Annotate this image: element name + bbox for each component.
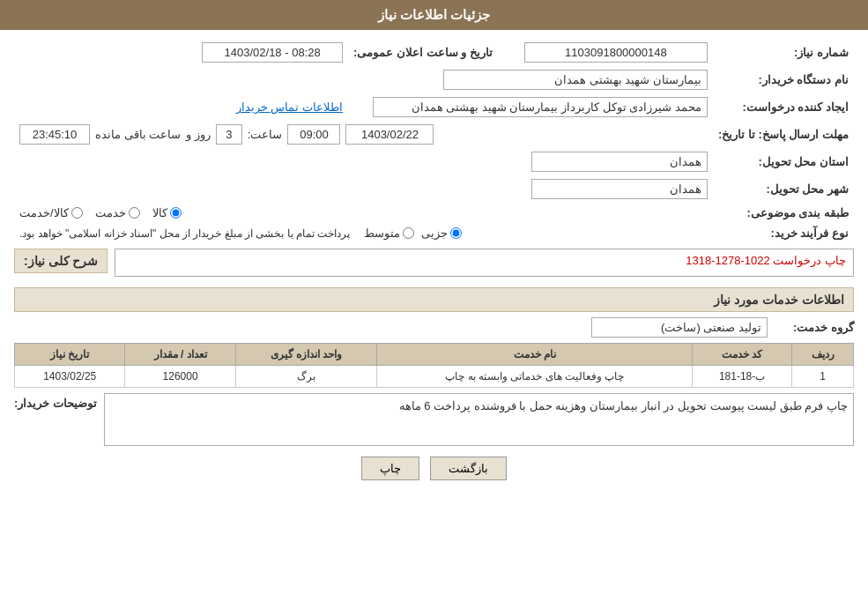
deadline-day-label: روز و — [186, 128, 211, 141]
category-label: طبقه بندی موضوعی: — [713, 203, 854, 223]
city-label: شهر محل تحویل: — [713, 175, 854, 203]
category-option-kala[interactable]: کالا — [152, 206, 182, 219]
city-value: همدان — [531, 179, 708, 199]
deadline-time: 09:00 — [287, 124, 340, 145]
category-option-khedmat-label: خدمت — [95, 206, 126, 219]
announce-date-label: تاریخ و ساعت اعلان عمومی: — [348, 39, 519, 66]
service-group-value: تولید صنعتی (ساخت) — [591, 317, 768, 338]
cell-name: چاپ وفعالیت های خدماتی وابسته به چاپ — [377, 366, 693, 388]
button-row: بازگشت چاپ — [14, 457, 854, 480]
org-name-value: بیمارستان شهید بهشتی همدان — [443, 70, 708, 90]
purchase-type-jozii-label: جزیی — [421, 227, 448, 240]
col-code: کد خدمت — [693, 344, 792, 366]
purchase-type-motavasset-label: متوسط — [364, 227, 400, 240]
purchase-type-option-motavasset[interactable]: متوسط — [364, 227, 414, 240]
purchase-type-radio-motavasset[interactable] — [403, 227, 414, 239]
category-radio-kala-khedmat[interactable] — [71, 207, 83, 219]
category-radio-kala[interactable] — [170, 207, 182, 219]
service-group-label: گروه خدمت: — [775, 321, 854, 334]
category-radio-khedmat[interactable] — [129, 207, 140, 219]
request-summary-value: چاپ درخواست 1022-1278-1318 — [115, 249, 854, 277]
category-option-khedmat[interactable]: خدمت — [95, 206, 140, 219]
announce-date-value: 1403/02/18 - 08:28 — [202, 42, 343, 63]
page-title: جزئیات اطلاعات نیاز — [378, 7, 490, 22]
page-header: جزئیات اطلاعات نیاز — [0, 0, 868, 30]
col-date: تاریخ نیاز — [15, 344, 125, 366]
creator-value: محمد شیرزادی توکل کاربرداز بیمارستان شهی… — [373, 97, 708, 117]
deadline-day: 3 — [216, 124, 242, 145]
province-value: همدان — [531, 152, 708, 172]
purchase-type-desc: پرداخت تمام یا بخشی از مبلغ خریدار از مح… — [19, 227, 350, 240]
back-button[interactable]: بازگشت — [430, 457, 507, 480]
purchase-type-label: نوع فرآیند خرید: — [713, 223, 854, 243]
deadline-remaining-label: ساعت باقی مانده — [95, 128, 181, 141]
province-label: استان محل تحویل: — [713, 148, 854, 175]
deadline-label: مهلت ارسال پاسخ: تا تاریخ: — [713, 121, 854, 148]
buyer-notes-label: توضیحات خریدار: — [14, 393, 97, 410]
contact-link[interactable]: اطلاعات تماس خریدار — [236, 100, 343, 114]
table-row: 1ب-18-181چاپ وفعالیت های خدماتی وابسته ب… — [15, 366, 854, 388]
cell-unit: برگ — [235, 366, 377, 388]
deadline-time-label: ساعت: — [248, 128, 283, 141]
deadline-remaining: 23:45:10 — [19, 124, 90, 145]
col-qty: تعداد / مقدار — [125, 344, 235, 366]
purchase-type-radio-jozii[interactable] — [450, 227, 462, 239]
org-name-label: نام دستگاه خریدار: — [713, 66, 854, 93]
services-section-title: اطلاعات خدمات مورد نیاز — [14, 287, 854, 312]
print-button[interactable]: چاپ — [361, 457, 419, 480]
cell-quantity: 126000 — [125, 366, 235, 388]
col-unit: واحد اندازه گیری — [235, 344, 377, 366]
request-summary-title: شرح کلی نیاز: — [14, 249, 108, 273]
buyer-notes-value: چاپ فرم طبق لیست پیوست تحویل در انبار بی… — [104, 393, 854, 446]
cell-row: 1 — [792, 366, 854, 388]
cell-code: ب-18-181 — [693, 366, 792, 388]
request-number-label: شماره نیاز: — [713, 39, 854, 66]
category-option-kala-label: کالا — [152, 206, 167, 219]
category-option-kala-khedmat[interactable]: کالا/خدمت — [19, 206, 83, 219]
purchase-type-option-jozii[interactable]: جزیی — [421, 227, 462, 240]
col-name: نام خدمت — [377, 344, 693, 366]
cell-date: 1403/02/25 — [15, 366, 125, 388]
category-option-kala-khedmat-label: کالا/خدمت — [19, 206, 69, 219]
creator-label: ایجاد کننده درخواست: — [713, 93, 854, 121]
services-table: ردیف کد خدمت نام خدمت واحد اندازه گیری ت… — [14, 343, 854, 388]
col-row: ردیف — [792, 344, 854, 366]
deadline-date: 1403/02/22 — [345, 124, 434, 145]
request-number-value: 1103091800000148 — [524, 42, 708, 63]
